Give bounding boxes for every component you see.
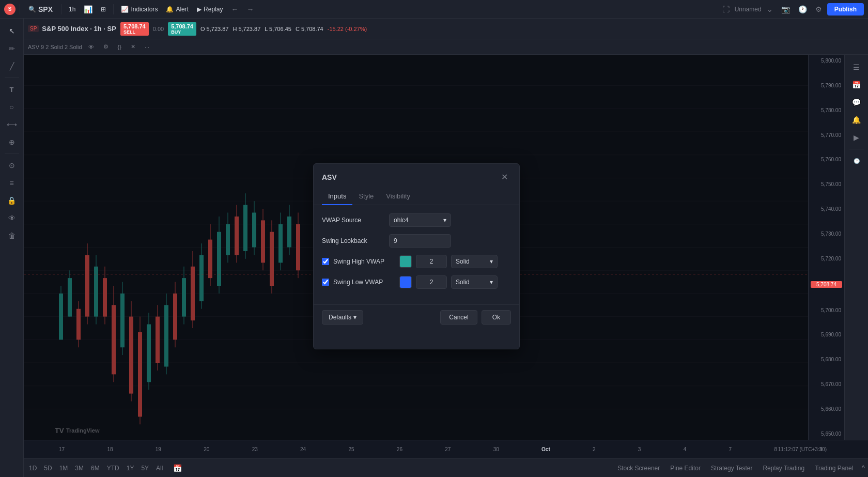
symbol-search[interactable]: 🔍 SPX [24, 3, 57, 16]
indicator-code[interactable]: {} [115, 42, 125, 52]
period-5d[interactable]: 5D [41, 463, 55, 473]
swing-low-style[interactable]: Solid ▾ [451, 275, 498, 289]
time-periods: 1D 5D 1M 3M 6M YTD 1Y 5Y All [24, 463, 168, 473]
ok-button[interactable]: Ok [482, 310, 511, 325]
tab-visibility[interactable]: Visibility [380, 188, 416, 205]
swing-high-checkbox[interactable] [322, 258, 329, 265]
user-avatar[interactable]: S [4, 4, 16, 15]
modal-header: ASV ✕ [314, 164, 519, 183]
swing-high-style[interactable]: Solid ▾ [451, 255, 498, 268]
indicator-visibility[interactable]: 👁 [85, 42, 97, 52]
timeframe-btn[interactable]: 1h [66, 4, 79, 15]
period-5y[interactable]: 5Y [138, 463, 152, 473]
indicators-btn[interactable]: 📈 Indicators [118, 4, 161, 15]
modal-tabs: Inputs Style Visibility [314, 188, 519, 205]
indicator-remove[interactable]: ✕ [128, 41, 138, 52]
date-3: 3 [638, 447, 641, 452]
calendar-side-btn[interactable]: 📅 [848, 76, 865, 93]
swing-lookback-row: Swing Lookback [322, 234, 511, 248]
swing-high-color[interactable] [399, 255, 412, 268]
alerts-side-btn[interactable]: 🔔 [848, 112, 865, 128]
indicator-label: ASV 9 2 Solid 2 Solid [28, 44, 82, 50]
period-1d[interactable]: 1D [26, 463, 40, 473]
bottom-tabs: Stock Screener Pine Editor Strategy Test… [612, 461, 858, 475]
period-1m[interactable]: 1M [56, 463, 71, 473]
swing-low-color[interactable] [399, 276, 412, 288]
period-3m[interactable]: 3M [72, 463, 87, 473]
modal-body: VWAP Source ohlc4 ▾ Swing L [314, 205, 519, 304]
swing-low-label: Swing Low VWAP [333, 279, 395, 286]
period-ytd[interactable]: YTD [104, 463, 122, 473]
period-all[interactable]: All [153, 463, 166, 473]
undo-btn[interactable]: ← [228, 3, 241, 16]
date-19: 19 [156, 447, 161, 452]
publish-button[interactable]: Publish [827, 3, 864, 16]
tab-style[interactable]: Style [352, 188, 380, 205]
calendar-range-btn[interactable]: 📅 [170, 462, 185, 474]
replay-side-btn[interactable]: ▶ [848, 129, 865, 146]
tab-pine-editor[interactable]: Pine Editor [665, 461, 706, 475]
indicator-settings[interactable]: ⚙ [100, 41, 112, 52]
clock-btn[interactable]: 🕐 [795, 3, 810, 16]
swing-high-checkbox-wrap [322, 258, 329, 265]
tab-stock-screener[interactable]: Stock Screener [612, 461, 665, 475]
change-val: -15.22 (-0.27%) [328, 26, 367, 32]
lock-tool[interactable]: 🔒 [4, 192, 20, 209]
text-tool[interactable]: T [4, 81, 20, 98]
separator-2 [61, 4, 61, 14]
high-label: H 5,723.87 [233, 26, 260, 32]
tab-replay-trading[interactable]: Replay Trading [757, 461, 810, 475]
date-4: 4 [684, 447, 687, 452]
period-1y[interactable]: 1Y [123, 463, 137, 473]
calendar-btn[interactable]: ⊞ [98, 4, 109, 15]
chat-btn[interactable]: 💬 [848, 94, 865, 111]
save-btn[interactable]: ⌄ [764, 3, 776, 16]
watchlist-btn[interactable]: ☰ [848, 59, 865, 75]
date-2: 2 [593, 447, 596, 452]
swing-high-width[interactable] [416, 255, 447, 268]
snapshot-btn[interactable]: 📷 [778, 3, 793, 16]
swing-lookback-input[interactable] [389, 234, 451, 248]
circle-tool[interactable]: ○ [4, 99, 20, 115]
bar-style-btn[interactable]: 📊 [81, 3, 96, 16]
sell-box[interactable]: 5,708.74 SELL [120, 22, 149, 36]
layers-tool[interactable]: ≡ [4, 175, 20, 191]
sidebar-separator [5, 78, 19, 78]
replay-btn[interactable]: ▶ Replay [194, 4, 226, 15]
period-6m[interactable]: 6M [88, 463, 103, 473]
magnet-tool[interactable]: ⊙ [4, 157, 20, 174]
cancel-button[interactable]: Cancel [440, 310, 477, 325]
line-tool[interactable]: ╱ [4, 58, 20, 74]
vwap-source-select[interactable]: ohlc4 ▾ [389, 213, 451, 227]
swing-low-checkbox[interactable] [322, 279, 329, 286]
asv-modal: ASV ✕ Inputs Style Visibility VWAP Sourc… [313, 163, 520, 349]
tab-inputs[interactable]: Inputs [322, 188, 352, 205]
tab-strategy-tester[interactable]: Strategy Tester [706, 461, 757, 475]
symbol-full: S&P 500 Index · 1h · SP [42, 25, 116, 33]
swing-low-width[interactable] [416, 275, 447, 289]
modal-close-button[interactable]: ✕ [498, 171, 511, 183]
defaults-button[interactable]: Defaults ▾ [322, 310, 363, 325]
fullscreen-btn[interactable]: ⛶ [719, 3, 733, 16]
settings-btn[interactable]: ⚙ [812, 3, 825, 16]
chart-header: SP S&P 500 Index · 1h · SP 5,708.74 SELL… [24, 19, 868, 39]
chart-area[interactable]: TV TradingView ASV ✕ Inputs Style Visibi… [24, 55, 808, 440]
separator-3 [113, 4, 114, 14]
zoom-tool[interactable]: ⊕ [4, 134, 20, 150]
timezone-btn[interactable]: 🕐 [848, 152, 865, 169]
buy-box[interactable]: 5,708.74 BUY [168, 22, 196, 36]
eye-tool[interactable]: 👁 [4, 210, 20, 226]
measure-tool[interactable]: ⟷ [4, 116, 20, 133]
alert-btn[interactable]: 🔔 Alert [163, 4, 192, 15]
redo-btn[interactable]: → [243, 3, 257, 16]
indicator-more[interactable]: ··· [142, 42, 152, 52]
toolbar-right: ⛶ Unnamed ⌄ 📷 🕐 ⚙ Publish [719, 3, 864, 16]
defaults-label: Defaults [329, 314, 351, 321]
cursor-tool[interactable]: ↖ [4, 23, 20, 39]
tab-trading-panel[interactable]: Trading Panel [810, 461, 858, 475]
expand-bottom-btn[interactable]: ^ [858, 462, 868, 474]
delete-tool[interactable]: 🗑 [4, 227, 20, 244]
bottom-period-bar: 1D 5D 1M 3M 6M YTD 1Y 5Y All 📅 Stock Scr… [24, 458, 868, 477]
draw-tool[interactable]: ✏ [4, 40, 20, 57]
swing-lookback-control [389, 234, 511, 248]
